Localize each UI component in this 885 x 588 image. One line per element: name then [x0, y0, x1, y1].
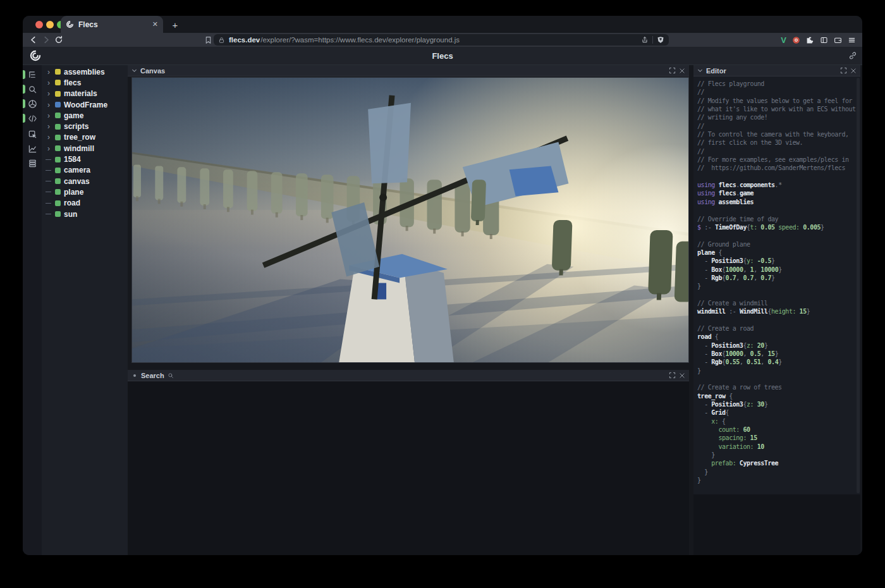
code-line: // Create a row of trees [697, 383, 860, 391]
rail-statistics[interactable] [23, 156, 42, 170]
close-icon[interactable] [679, 372, 685, 379]
tree-item-sun[interactable]: sun [42, 209, 128, 219]
tree-item-plane[interactable]: plane [42, 187, 128, 197]
search-icon [28, 85, 37, 94]
entity-label: sun [64, 210, 77, 219]
tree-item-materials[interactable]: ›materials [42, 89, 128, 99]
traffic-minimize-button[interactable] [46, 21, 54, 28]
3d-viewport[interactable] [131, 77, 689, 363]
rail-search[interactable] [23, 82, 42, 96]
tree-item-WoodFrame[interactable]: ›WoodFrame [42, 99, 128, 110]
code-line: // [697, 122, 860, 130]
editor-scrollbar[interactable] [857, 78, 860, 493]
browser-tab[interactable]: Flecs ✕ [61, 16, 163, 33]
fullscreen-icon[interactable] [669, 372, 676, 379]
search-panel-header[interactable]: Search [128, 370, 689, 381]
menu-icon[interactable] [848, 36, 856, 44]
canvas-panel-title: Canvas [140, 67, 165, 75]
expander-icon[interactable]: › [46, 69, 52, 75]
url-path: /explorer/?wasm=https://www.flecs.dev/ex… [260, 36, 637, 44]
tree-item-road[interactable]: road [42, 198, 128, 209]
recorder-extension-icon[interactable] [792, 36, 800, 44]
entity-label: plane [64, 188, 83, 197]
tree-item-flecs[interactable]: ›flecs [42, 77, 128, 88]
rail-canvas-3d[interactable] [23, 97, 42, 111]
code-line: } [697, 367, 860, 375]
active-pill [23, 85, 25, 94]
chevron-down-icon[interactable] [131, 68, 137, 73]
code-line: // what it's like to work with an ECS wi… [697, 105, 860, 113]
fullscreen-icon[interactable] [840, 67, 847, 74]
flecs-favicon-icon [66, 20, 74, 28]
vue-devtools-icon[interactable]: V [781, 35, 786, 45]
tree-item-scripts[interactable]: ›scripts [42, 121, 128, 132]
expander-icon[interactable]: › [46, 123, 52, 130]
center-column: Canvas [128, 65, 689, 555]
address-bar[interactable]: flecs.dev /explorer/?wasm=https://www.fl… [214, 34, 669, 46]
entity-color-square [55, 145, 61, 151]
entity-color-square [55, 178, 61, 184]
new-tab-button[interactable]: + [168, 18, 182, 32]
code-line [697, 316, 860, 324]
entity-label: WoodFrame [64, 101, 107, 109]
entity-color-square [55, 80, 61, 85]
entity-color-square [55, 102, 61, 107]
entity-label: tree_row [64, 133, 95, 142]
code-line: } [697, 451, 860, 459]
tree-item-1584[interactable]: 1584 [42, 154, 128, 164]
code-line: - Position3{z: 30} [697, 400, 860, 408]
tab-title: Flecs [78, 20, 148, 29]
chart-icon [28, 144, 37, 154]
close-icon[interactable] [679, 68, 685, 74]
back-button[interactable] [27, 34, 40, 46]
collapsed-chevron-icon[interactable] [133, 374, 136, 377]
active-pill [23, 70, 25, 79]
canvas-panel-header[interactable]: Canvas [128, 65, 689, 77]
tree-item-canvas[interactable]: canvas [42, 176, 128, 187]
entity-tree: ›assemblies›flecs›materials›WoodFrame›ga… [42, 65, 128, 555]
brave-shield-icon[interactable] [657, 36, 664, 44]
page-header: Flecs [23, 47, 862, 65]
entity-color-square [55, 113, 61, 118]
code-line [697, 375, 860, 383]
expander-icon[interactable]: › [46, 90, 52, 97]
entity-label: materials [64, 89, 97, 98]
expander-icon[interactable]: › [46, 80, 52, 86]
url-domain: flecs.dev [229, 36, 260, 44]
app-content: ›assemblies›flecs›materials›WoodFrame›ga… [23, 65, 862, 555]
rail-charts[interactable] [23, 142, 42, 156]
expander-icon[interactable]: › [46, 145, 52, 152]
tree-item-tree_row[interactable]: ›tree_row [42, 132, 128, 143]
inspector-icon [28, 130, 37, 139]
code-line: // Create a road [697, 324, 860, 333]
reload-button[interactable] [52, 34, 65, 46]
share-link-icon[interactable] [848, 51, 857, 60]
forward-button[interactable] [40, 34, 52, 46]
traffic-close-button[interactable] [35, 21, 43, 28]
fullscreen-icon[interactable] [669, 67, 676, 74]
expander-icon[interactable]: › [46, 113, 52, 119]
tree-item-assemblies[interactable]: ›assemblies [42, 66, 128, 77]
editor-panel-header[interactable]: Editor [693, 65, 860, 77]
close-icon[interactable] [850, 68, 857, 74]
rail-inspector[interactable] [23, 127, 42, 141]
expander-icon[interactable]: › [46, 134, 52, 140]
tree-item-windmill[interactable]: ›windmill [42, 143, 128, 154]
tree-item-game[interactable]: ›game [42, 110, 128, 121]
chevron-down-icon[interactable] [697, 68, 703, 73]
rail-entity-tree[interactable] [23, 68, 42, 82]
share-icon[interactable] [641, 36, 649, 44]
entity-color-square [55, 189, 61, 195]
sidebar-panel-icon[interactable] [820, 36, 828, 44]
rail-code-editor[interactable] [23, 111, 42, 125]
tab-close-icon[interactable]: ✕ [152, 20, 158, 28]
wallet-icon[interactable] [834, 36, 842, 44]
bookmark-sidebar-icon[interactable] [202, 34, 214, 46]
tree-item-camera[interactable]: camera [42, 165, 128, 176]
editor-code[interactable]: // Flecs playground//// Modify the value… [693, 77, 860, 494]
browser-window: Flecs ✕ + flecs.dev /explorer/? [23, 16, 862, 555]
code-line: } [697, 282, 860, 290]
extensions-puzzle-icon[interactable] [806, 36, 814, 44]
expander-icon[interactable]: › [46, 102, 52, 108]
entity-label: road [64, 199, 80, 207]
